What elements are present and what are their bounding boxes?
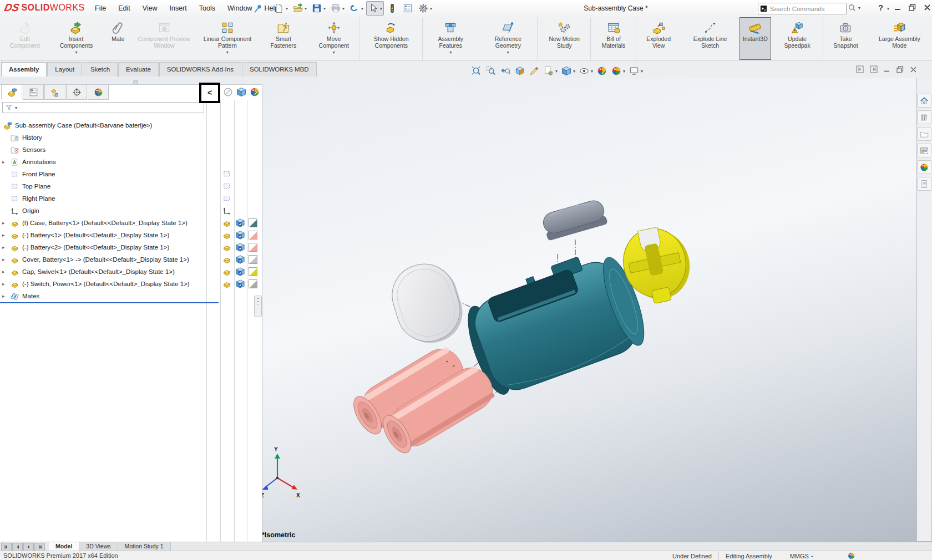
appearance-swatch[interactable] xyxy=(248,230,258,240)
close-button[interactable] xyxy=(924,4,931,11)
search-commands-box[interactable]: Search Commands xyxy=(758,3,847,14)
tree-right-plane[interactable]: ▸ Right Plane xyxy=(0,192,262,205)
scroll-tabs-last-button[interactable] xyxy=(34,543,45,551)
appearance-swatch[interactable] xyxy=(248,218,258,228)
next-document-button[interactable] xyxy=(870,65,878,73)
tree-filter-input[interactable]: ▾ xyxy=(2,102,204,113)
switch-power-part[interactable] xyxy=(541,198,608,241)
propertymanager-tab[interactable] xyxy=(23,85,44,100)
mate-button[interactable]: Mate ▾ xyxy=(104,17,133,60)
edit-appearance-icon[interactable]: ▾ xyxy=(596,65,608,77)
dropdown-caret-icon[interactable]: ▾ xyxy=(591,69,593,74)
dropdown-caret-icon[interactable]: ▾ xyxy=(286,6,288,11)
dimxpertmanager-tab[interactable] xyxy=(66,85,87,100)
tree-battery-1[interactable]: ▸ (-) Battery<1> (Default<<Default>_Disp… xyxy=(0,229,262,241)
minimize-document-button[interactable] xyxy=(884,66,890,73)
expand-arrow-icon[interactable]: ▸ xyxy=(2,293,10,299)
display-mode-toggle[interactable] xyxy=(235,254,245,264)
component-preview-window-button[interactable]: Component Preview Window ▾ xyxy=(133,17,196,60)
dropdown-caret-icon[interactable]: ▾ xyxy=(380,6,382,11)
dropdown-caret-icon[interactable]: ▾ xyxy=(305,6,307,11)
display-mode-toggle[interactable] xyxy=(235,230,245,240)
tab-evaluate[interactable]: Evaluate xyxy=(118,62,159,77)
new-document-button[interactable]: ▾ xyxy=(272,1,290,16)
expand-arrow-icon[interactable]: ▸ xyxy=(2,269,10,274)
model-tab[interactable]: Model xyxy=(49,542,79,551)
filter-caret-icon[interactable]: ▾ xyxy=(15,105,17,110)
tree-origin[interactable]: ▸ Origin xyxy=(0,205,262,217)
tab-solidworks-mbd[interactable]: SOLIDWORKS MBD xyxy=(242,62,317,77)
view-palette-button[interactable] xyxy=(917,144,931,157)
display-mode-toggle[interactable] xyxy=(235,242,245,252)
restore-button[interactable] xyxy=(909,4,916,11)
tree-cap-swivel[interactable]: ▸ Cap, Swivel<1> (Default<<Default>_Disp… xyxy=(0,266,262,278)
move-component-button[interactable]: Move Component ▾ xyxy=(308,17,359,60)
hide-show-column-icon[interactable] xyxy=(222,86,234,98)
design-library-button[interactable] xyxy=(917,110,931,124)
previous-document-button[interactable] xyxy=(856,65,864,73)
rebuild-traffic-light-button[interactable]: ▾ xyxy=(385,1,399,16)
expand-arrow-icon[interactable]: ▸ xyxy=(2,220,10,226)
insert-components-button[interactable]: Insert Components ▾ xyxy=(49,17,104,60)
appearance-swatch[interactable] xyxy=(248,254,258,264)
hide-show-items-icon[interactable]: ▾ xyxy=(578,65,594,77)
dropdown-caret-icon[interactable]: ▾ xyxy=(573,69,575,74)
search-button[interactable]: ▾ xyxy=(847,3,860,13)
tree-cover-battery[interactable]: ▸ Cover, Battery<1> -> (Default<<Default… xyxy=(0,253,262,266)
scroll-tabs-prev-button[interactable] xyxy=(12,543,23,551)
appearances-scenes-button[interactable] xyxy=(917,160,931,174)
update-speedpak-button[interactable]: Update Speedpak ▾ xyxy=(771,17,823,60)
3d-drawing-view-icon[interactable]: ▾ xyxy=(528,65,540,77)
section-view-icon[interactable]: ▾ xyxy=(514,65,526,77)
dropdown-caret-icon[interactable]: ▾ xyxy=(507,50,509,55)
help-button[interactable]: ? xyxy=(878,3,883,12)
dropdown-caret-icon[interactable]: ▾ xyxy=(323,6,326,11)
display-mode-toggle[interactable] xyxy=(235,267,245,277)
tree-annotations[interactable]: ▸ Annotations xyxy=(0,156,262,168)
expand-arrow-icon[interactable]: ▸ xyxy=(2,245,10,250)
dropdown-caret-icon[interactable]: ▾ xyxy=(449,50,452,55)
menu-tools[interactable]: Tools xyxy=(193,0,221,17)
collapse-display-pane-button[interactable]: < xyxy=(207,88,212,97)
expand-arrow-icon[interactable]: ▸ xyxy=(2,281,10,287)
exploded-assembly-scene[interactable]: Y X Z xyxy=(261,78,916,542)
displaymanager-tab[interactable] xyxy=(88,85,109,100)
motion-study-1-tab[interactable]: Motion Study 1 xyxy=(118,542,171,551)
exploded-view-button[interactable]: Exploded View ▾ xyxy=(636,17,681,60)
tab-assembly[interactable]: Assembly xyxy=(1,62,47,77)
appearance-swatch[interactable] xyxy=(248,267,258,277)
dropdown-caret-icon[interactable]: ▾ xyxy=(333,50,335,55)
linear-component-pattern-button[interactable]: Linear Component Pattern ▾ xyxy=(196,17,259,60)
expand-arrow-icon[interactable]: ▸ xyxy=(2,159,10,165)
cover-battery-part[interactable] xyxy=(384,256,470,352)
custom-properties-button[interactable] xyxy=(917,177,931,191)
open-button[interactable]: ▾ xyxy=(291,1,308,16)
zoom-to-area-icon[interactable]: ▾ xyxy=(485,65,497,77)
tree-front-plane[interactable]: ▸ Front Plane xyxy=(0,168,262,180)
appearance-swatch[interactable] xyxy=(248,279,258,289)
solidworks-resources-button[interactable] xyxy=(917,94,931,108)
dropdown-caret-icon[interactable]: ▾ xyxy=(641,69,643,74)
instant3d-button[interactable]: Instant3D ▾ xyxy=(739,17,771,60)
assembly-features-button[interactable]: Assembly Features ▾ xyxy=(423,17,478,60)
display-mode-toggle[interactable] xyxy=(235,218,245,228)
tree-battery-2[interactable]: ▸ (-) Battery<2> (Default<<Default>_Disp… xyxy=(0,241,262,253)
help-caret-icon[interactable]: ▾ xyxy=(887,6,889,11)
appearance-column-icon[interactable] xyxy=(249,86,260,98)
tree-root-sub-assembly-case[interactable]: ▸ Sub-assembly Case (Default<Barvane bat… xyxy=(0,119,262,131)
dropdown-caret-icon[interactable]: ▾ xyxy=(342,6,345,11)
tags-globe-icon[interactable] xyxy=(847,552,855,560)
smart-fasteners-button[interactable]: Smart Fasteners ▾ xyxy=(259,17,308,60)
scroll-tabs-first-button[interactable] xyxy=(1,543,12,551)
menu-file[interactable]: File xyxy=(89,0,112,17)
tree-top-plane[interactable]: ▸ Top Plane xyxy=(0,180,262,192)
featuremanager-design-tree-tab[interactable] xyxy=(1,85,22,100)
expand-arrow-icon[interactable]: ▸ xyxy=(2,232,10,238)
panel-splitter-grip[interactable] xyxy=(254,296,262,317)
configurationmanager-tab[interactable] xyxy=(44,85,65,100)
restore-document-button[interactable] xyxy=(896,66,904,73)
large-assembly-mode-button[interactable]: Large Assembly Mode ▾ xyxy=(868,17,931,60)
new-motion-study-button[interactable]: New Motion Study ▾ xyxy=(538,17,590,60)
display-mode-toggle[interactable] xyxy=(235,279,245,289)
select-button[interactable]: ▾ xyxy=(366,1,384,16)
